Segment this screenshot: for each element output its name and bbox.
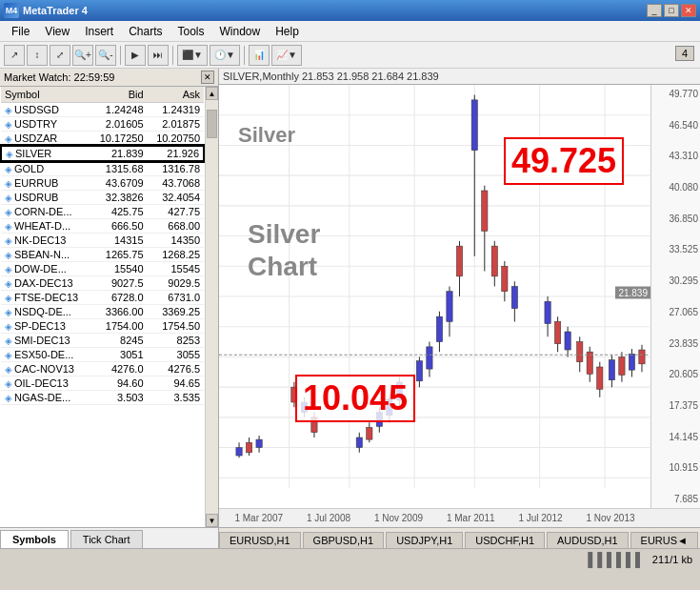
diamond-icon: ◈ [5, 393, 12, 403]
toolbar-btn-2[interactable]: ↕ [27, 45, 48, 66]
market-watch-row[interactable]: ◈ USDRUB 32.3826 32.4054 [1, 191, 204, 205]
price-49770: 49.770 [653, 89, 698, 99]
symbol-name: OIL-DEC13 [14, 377, 69, 389]
market-watch-row[interactable]: ◈ DOW-DE... 15540 15545 [1, 262, 204, 276]
svg-rect-75 [609, 360, 614, 380]
ask-price: 10.20750 [148, 132, 204, 147]
chart-tab-usdjpy[interactable]: USDJPY,H1 [386, 532, 463, 548]
diamond-icon: ◈ [5, 105, 12, 115]
menu-bar: File View Insert Charts Tools Window Hel… [0, 21, 700, 42]
bid-price: 1.24248 [90, 103, 147, 117]
chart-tab-eurusd[interactable]: EURUSD,H1 [219, 532, 301, 548]
symbol-name: WHEAT-D... [14, 220, 70, 232]
chart-tabs: EURUSD,H1 GBPUSD,H1 USDJPY,H1 USDCHF,H1 … [219, 527, 700, 548]
market-watch-scrollbar[interactable]: ▲ ▼ [205, 87, 218, 527]
toolbar-btn-7[interactable]: ⬛▼ [177, 45, 208, 66]
market-watch-row[interactable]: ◈ ESX50-DE... 3051 3055 [1, 348, 204, 362]
toolbar-btn-3[interactable]: ⤢ [50, 45, 70, 66]
toolbar-btn-zoom-in[interactable]: 🔍+ [72, 45, 93, 66]
menu-view[interactable]: View [37, 23, 77, 40]
scroll-down-button[interactable]: ▼ [206, 514, 218, 527]
market-watch-row[interactable]: ◈ USDTRY 2.01605 2.01875 [1, 117, 204, 132]
toolbar-btn-9[interactable]: 📊 [249, 45, 270, 66]
scroll-track [206, 100, 218, 514]
symbol-cell: ◈ CAC-NOV13 [1, 362, 90, 376]
chart-price-high: 49.725 [504, 137, 624, 185]
ask-price: 32.4054 [148, 191, 204, 205]
toolbar-btn-5[interactable]: ▶ [125, 45, 146, 66]
market-watch-row[interactable]: ◈ NSDQ-DE... 3366.00 3369.25 [1, 305, 204, 319]
price-43310: 43.310 [653, 151, 698, 161]
market-watch-row[interactable]: ◈ SILVER 21.839 21.926 [1, 146, 204, 161]
bid-price: 14315 [90, 234, 147, 248]
diamond-icon: ◈ [5, 307, 12, 317]
menu-tools[interactable]: Tools [170, 23, 212, 40]
market-watch-row[interactable]: ◈ DAX-DEC13 9027.5 9029.5 [1, 276, 204, 291]
scroll-thumb[interactable] [207, 110, 217, 138]
market-watch-row[interactable]: ◈ SP-DEC13 1754.00 1754.50 [1, 319, 204, 334]
market-watch-close-button[interactable]: ✕ [201, 71, 214, 84]
market-watch-row[interactable]: ◈ OIL-DEC13 94.60 94.65 [1, 376, 204, 391]
market-watch-row[interactable]: ◈ SMI-DEC13 8245 8253 [1, 334, 204, 348]
market-watch-row[interactable]: ◈ USDZAR 10.17250 10.20750 [1, 132, 204, 147]
bid-price: 1265.75 [90, 248, 147, 262]
market-watch-row[interactable]: ◈ CORN-DE... 425.75 427.75 [1, 205, 204, 219]
minimize-button[interactable]: _ [647, 4, 662, 17]
bid-price: 1754.00 [90, 319, 147, 334]
menu-charts[interactable]: Charts [121, 23, 170, 40]
symbol-cell: ◈ DAX-DEC13 [1, 276, 90, 291]
bid-price: 3366.00 [90, 305, 147, 319]
close-button[interactable]: ✕ [681, 4, 696, 17]
ask-price: 3.535 [148, 391, 204, 405]
market-watch-row[interactable]: ◈ EURRUB 43.6709 43.7068 [1, 176, 204, 191]
chart-tab-gbpusd[interactable]: GBPUSD,H1 [303, 532, 385, 548]
svg-rect-63 [545, 301, 550, 323]
chart-tab-usdchf[interactable]: USDCHF,H1 [465, 532, 545, 548]
diamond-icon: ◈ [5, 336, 12, 346]
market-watch-row[interactable]: ◈ USDSGD 1.24248 1.24319 [1, 103, 204, 117]
menu-insert[interactable]: Insert [77, 23, 121, 40]
diamond-icon: ◈ [5, 207, 12, 217]
market-watch-row[interactable]: ◈ GOLD 1315.68 1316.78 [1, 161, 204, 176]
menu-window[interactable]: Window [212, 23, 269, 40]
ask-price: 43.7068 [148, 176, 204, 191]
toolbar-btn-8[interactable]: 🕐▼ [210, 45, 240, 66]
toolbar-btn-1[interactable]: ↗ [4, 45, 25, 66]
market-watch-table-wrapper[interactable]: Symbol Bid Ask ◈ USDSGD 1.24248 1.24319 [0, 87, 205, 527]
chart-area[interactable]: Silver Silver Chart 49.725 10.045 21.839… [219, 85, 700, 508]
scroll-up-button[interactable]: ▲ [206, 87, 218, 100]
menu-help[interactable]: Help [268, 23, 307, 40]
price-30295: 30.295 [653, 275, 698, 286]
toolbar-btn-zoom-out[interactable]: 🔍- [95, 45, 116, 66]
bid-price: 425.75 [90, 205, 147, 219]
ask-price: 94.65 [148, 376, 204, 391]
market-watch-row[interactable]: ◈ NK-DEC13 14315 14350 [1, 234, 204, 248]
market-watch-row[interactable]: ◈ CAC-NOV13 4276.0 4276.5 [1, 362, 204, 376]
market-watch-row[interactable]: ◈ WHEAT-D... 666.50 668.00 [1, 219, 204, 234]
market-watch-row[interactable]: ◈ NGAS-DE... 3.503 3.535 [1, 391, 204, 405]
tab-tick-chart[interactable]: Tick Chart [70, 530, 143, 548]
symbol-name: CORN-DE... [14, 206, 72, 217]
chart-panel: SILVER,Monthly 21.853 21.958 21.684 21.8… [219, 69, 700, 548]
symbol-cell: ◈ USDZAR [1, 132, 90, 147]
chart-label-silver: Silver [238, 123, 295, 148]
bid-price: 10.17250 [90, 132, 147, 147]
symbol-cell: ◈ SMI-DEC13 [1, 334, 90, 348]
market-watch-row[interactable]: ◈ SBEAN-N... 1265.75 1268.25 [1, 248, 204, 262]
ask-price: 3055 [148, 348, 204, 362]
market-watch-header-row: Symbol Bid Ask [1, 87, 204, 103]
price-33525: 33.525 [653, 244, 698, 254]
svg-rect-77 [619, 356, 625, 375]
chart-tab-eurus[interactable]: EURUS◄ [630, 532, 698, 548]
maximize-button[interactable]: □ [664, 4, 679, 17]
menu-file[interactable]: File [4, 23, 37, 40]
toolbar-btn-6[interactable]: ⏭ [148, 45, 169, 66]
market-watch-tabs: Symbols Tick Chart [0, 527, 218, 548]
toolbar-btn-10[interactable]: 📈▼ [271, 45, 302, 66]
ask-price: 3369.25 [148, 305, 204, 319]
symbol-cell: ◈ USDTRY [1, 117, 90, 132]
chart-tab-audusd[interactable]: AUDUSD,H1 [547, 532, 629, 548]
tab-symbols[interactable]: Symbols [0, 530, 69, 548]
chart-header: SILVER,Monthly 21.853 21.958 21.684 21.8… [219, 69, 700, 85]
market-watch-row[interactable]: ◈ FTSE-DEC13 6728.0 6731.0 [1, 291, 204, 305]
